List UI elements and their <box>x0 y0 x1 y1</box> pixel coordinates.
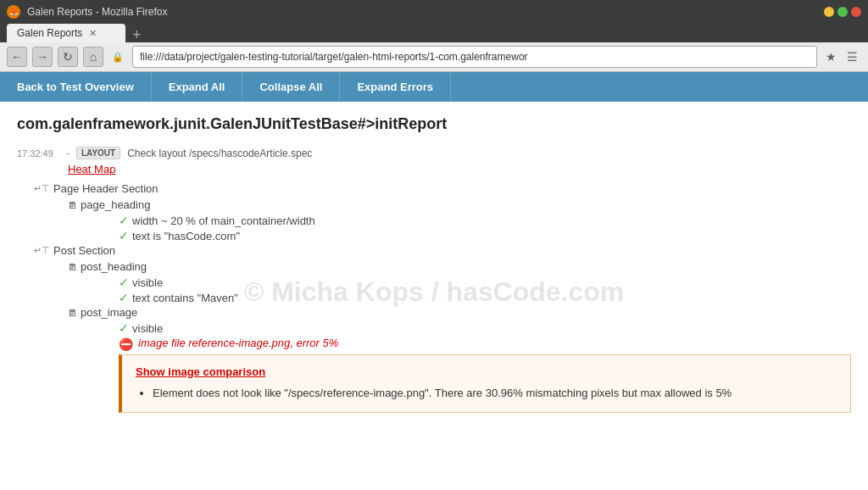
check-item-visible-image: ✓ visible <box>119 321 851 335</box>
section-post: ↵⊤ Post Section 🖹 post_heading ✓ visible… <box>34 244 851 413</box>
main-content: © Micha Kops / hasCode.com com.galenfram… <box>0 102 868 482</box>
object-post-image: 🖹 post_image ✓ visible ⛔ image file refe… <box>68 306 851 413</box>
test-header: 17:32:49 - LAYOUT Check layout /specs/ha… <box>17 147 851 159</box>
check-text: visible <box>132 276 163 289</box>
error-text: image file reference-image.png, error 5% <box>138 337 338 349</box>
object-icon: 🖹 <box>68 262 77 272</box>
section-header-post: ↵⊤ Post Section <box>34 244 851 257</box>
check-pass-icon: ✓ <box>119 214 129 227</box>
check-text: visible <box>132 322 163 335</box>
minimize-button[interactable] <box>824 7 834 17</box>
forward-button[interactable]: → <box>32 47 53 67</box>
show-image-comparison-link[interactable]: Show image comparison <box>136 365 837 378</box>
toolbar: Back to Test Overview Expand All Collaps… <box>0 72 868 102</box>
section-name-post: Post Section <box>53 244 115 257</box>
object-name: page_heading <box>81 198 150 211</box>
object-header-post-heading: 🖹 post_heading <box>68 260 851 273</box>
heat-map-link[interactable]: Heat Map <box>68 163 851 175</box>
object-icon: 🖹 <box>68 200 77 210</box>
section-expand-icon: ↵⊤ <box>34 183 50 194</box>
object-header-post-image: 🖹 post_image <box>68 306 851 319</box>
check-item-visible: ✓ visible <box>119 276 851 289</box>
expand-errors-button[interactable]: Expand Errors <box>340 72 451 102</box>
test-type-badge: LAYOUT <box>76 147 120 159</box>
object-name: post_image <box>81 306 137 319</box>
check-pass-icon: ✓ <box>119 276 129 289</box>
back-to-overview-button[interactable]: Back to Test Overview <box>0 72 152 102</box>
error-box: Show image comparison Element does not l… <box>119 354 851 413</box>
check-item-text: ✓ text is "hasCode.com" <box>119 229 851 242</box>
error-list: Element does not look like "/specs/refer… <box>153 385 837 402</box>
new-tab-button[interactable]: + <box>125 27 148 42</box>
check-text: text contains "Maven" <box>132 292 238 304</box>
test-entry: 17:32:49 - LAYOUT Check layout /specs/ha… <box>17 147 851 175</box>
check-item-text-contains: ✓ text contains "Maven" <box>119 291 851 304</box>
check-pass-icon: ✓ <box>119 321 129 335</box>
url-bar[interactable] <box>132 46 817 68</box>
error-item: ⛔ image file reference-image.png, error … <box>119 337 851 351</box>
expand-all-button[interactable]: Expand All <box>152 72 243 102</box>
section-expand-icon: ↵⊤ <box>34 245 50 256</box>
close-button[interactable] <box>851 7 861 17</box>
nav-bar: ← → ↻ ⌂ 🔒 ★ ☰ <box>0 42 868 72</box>
error-message: Element does not look like "/specs/refer… <box>153 385 837 402</box>
error-icon: ⛔ <box>119 337 133 351</box>
collapse-all-button[interactable]: Collapse All <box>242 72 340 102</box>
object-page-heading: 🖹 page_heading ✓ width ~ 20 % of main_co… <box>68 198 851 242</box>
home-button[interactable]: ⌂ <box>83 47 103 67</box>
check-text: width ~ 20 % of main_container/width <box>132 214 315 227</box>
object-name: post_heading <box>81 260 147 273</box>
object-post-heading: 🖹 post_heading ✓ visible ✓ text contains… <box>68 260 851 304</box>
bookmark-button[interactable]: ★ <box>822 48 840 65</box>
tab-bar: Galen Reports ✕ + <box>7 22 861 42</box>
check-text: text is "hasCode.com" <box>132 230 240 242</box>
tab-label: Galen Reports <box>17 27 82 39</box>
object-icon: 🖹 <box>68 308 77 318</box>
maximize-button[interactable] <box>837 7 848 17</box>
check-pass-icon: ✓ <box>119 291 129 304</box>
security-icon: 🔒 <box>112 52 124 63</box>
browser-icon: 🦊 <box>7 5 20 19</box>
test-time: 17:32:49 <box>17 148 59 159</box>
section-page-header: ↵⊤ Page Header Section 🖹 page_heading ✓ … <box>34 182 851 242</box>
menu-button[interactable]: ☰ <box>843 48 861 65</box>
page-title: com.galenframework.junit.GalenJUnitTestB… <box>17 115 851 133</box>
section-name: Page Header Section <box>53 182 159 195</box>
tab-close-button[interactable]: ✕ <box>89 28 97 39</box>
check-pass-icon: ✓ <box>119 229 129 242</box>
window-title: Galen Reports - Mozilla Firefox <box>27 6 167 18</box>
check-item-width: ✓ width ~ 20 % of main_container/width <box>119 214 851 227</box>
title-bar: 🦊 Galen Reports - Mozilla Firefox <box>7 5 861 22</box>
nav-actions: ★ ☰ <box>822 48 861 65</box>
section-header: ↵⊤ Page Header Section <box>34 182 851 195</box>
test-check-text: Check layout /specs/hascodeArticle.spec <box>127 148 312 159</box>
back-button[interactable]: ← <box>7 47 27 67</box>
window-controls <box>824 7 861 17</box>
object-header: 🖹 page_heading <box>68 198 851 211</box>
browser-chrome: 🦊 Galen Reports - Mozilla Firefox Galen … <box>0 0 868 42</box>
active-tab[interactable]: Galen Reports ✕ <box>7 24 125 42</box>
refresh-button[interactable]: ↻ <box>58 47 78 67</box>
